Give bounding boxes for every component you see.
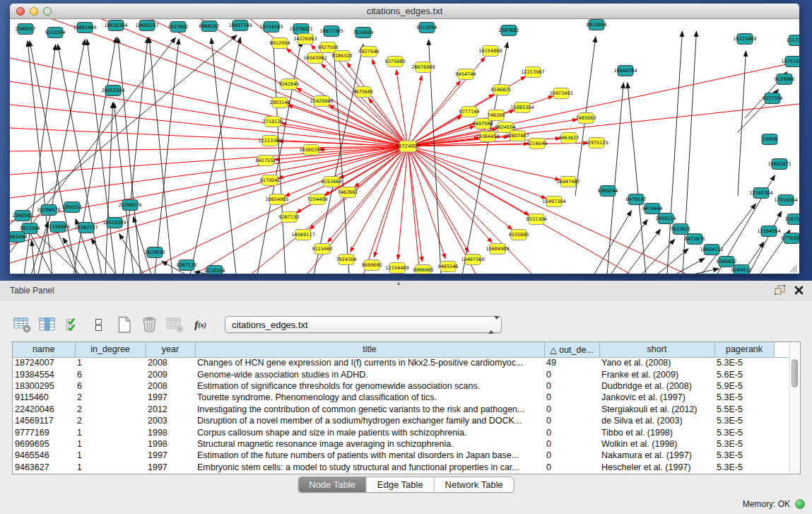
graph-node[interactable]: 14518309 (102, 218, 126, 228)
table-cell[interactable]: 5.9E-5 (714, 380, 774, 392)
graph-node[interactable]: 1350311 (62, 202, 83, 213)
graph-node[interactable]: 9535885 (509, 230, 529, 240)
graph-node[interactable]: 9133304 (45, 28, 66, 38)
graph-node[interactable]: 16154808 (478, 46, 502, 57)
graph-node[interactable]: 15958 (762, 134, 777, 145)
graph-node[interactable]: 7254409 (307, 194, 328, 205)
table-row[interactable]: 911546021997Tourette syndrome. Phenomeno… (13, 392, 792, 403)
show-columns-icon[interactable] (38, 315, 57, 334)
table-cell[interactable]: 5.6E-5 (714, 368, 774, 380)
graph-node[interactable]: 6479197 (626, 194, 647, 205)
graph-node[interactable]: 20206576 (37, 205, 60, 216)
table-cell[interactable]: 2008 (146, 357, 195, 368)
graph-node[interactable]: 9389244 (598, 186, 618, 197)
table-cell[interactable]: 19384554 (13, 368, 75, 380)
graph-node[interactable]: 1065498 (10, 232, 27, 243)
table-cell[interactable]: 2012 (146, 404, 195, 415)
canvas-resize-grip[interactable] (790, 265, 797, 272)
graph-node[interactable]: 9267130 (279, 212, 300, 223)
graph-node[interactable]: 1527602 (168, 22, 189, 33)
table-cell[interactable]: Nakamura et al. (1997) (599, 450, 714, 461)
table-cell[interactable]: 5.5E-5 (714, 404, 774, 415)
column-header-year[interactable]: year (146, 342, 195, 357)
table-cell[interactable]: 5.3E-5 (714, 462, 774, 473)
graph-node[interactable]: 8912954 (270, 38, 290, 49)
graph-node[interactable]: 15684909 (486, 244, 509, 255)
table-cell[interactable]: Estimation of the future numbers of pati… (195, 450, 544, 461)
table-cell[interactable]: 0 (544, 415, 599, 426)
table-row[interactable]: 1938455462009Genome-wide association stu… (13, 368, 792, 380)
graph-node[interactable]: 16648784 (613, 66, 637, 76)
graph-node[interactable]: 2935114 (656, 214, 676, 224)
table-row[interactable]: 1456911722003Disruption of a novel membe… (13, 415, 792, 426)
table-cell[interactable]: Hescheler et al. (1997) (599, 462, 714, 473)
table-cell[interactable]: 9115460 (13, 392, 75, 403)
graph-node[interactable]: 23691406 (73, 23, 96, 33)
graph-node[interactable]: 2803144 (270, 98, 290, 108)
table-cell[interactable]: 22420046 (13, 404, 75, 415)
graph-node[interactable]: 8996965 (413, 265, 434, 274)
table-cell[interactable]: Tibbo et al. (1998) (599, 426, 714, 438)
table-cell[interactable]: 5.3E-5 (714, 392, 774, 403)
network-window-titlebar[interactable]: citations_edges.txt (10, 4, 799, 19)
table-cell[interactable]: Jankovic et al. (1997) (599, 392, 714, 403)
table-cell[interactable]: 1 (75, 426, 146, 438)
table-cell[interactable]: Franke et al. (2009) (599, 368, 714, 380)
graph-node[interactable]: 9146821 (491, 85, 512, 95)
graph-node[interactable]: 8531304 (526, 214, 547, 225)
row-height-icon[interactable] (89, 315, 108, 334)
table-cell[interactable]: 1997 (146, 392, 195, 403)
graph-node[interactable]: 12975125 (584, 138, 608, 148)
graph-node[interactable]: 6216049 (527, 139, 548, 149)
graph-node[interactable]: 7632621 (671, 224, 691, 235)
table-row[interactable]: 946554611997Estimation of the future num… (13, 450, 792, 461)
graph-node[interactable]: 16115488 (733, 34, 756, 45)
table-cell[interactable]: 5.3E-5 (714, 415, 774, 426)
table-cell[interactable]: 1997 (146, 462, 195, 473)
table-row[interactable]: 2242004622012Investigating the contribut… (13, 404, 792, 415)
graph-node[interactable]: 8471676 (685, 234, 705, 245)
graph-node[interactable]: 9245012 (731, 265, 752, 274)
table-cell[interactable]: 1998 (146, 426, 195, 438)
node-table-grid[interactable]: namein_degreeyeartitle△ out_de...shortpa… (13, 342, 792, 473)
graph-node[interactable]: 9699695 (362, 260, 382, 271)
table-cell[interactable]: 2003 (146, 415, 195, 426)
table-cell[interactable]: 0 (544, 426, 599, 438)
table-cell[interactable]: 1 (75, 438, 146, 450)
table-cell[interactable]: 1 (75, 357, 146, 368)
table-row[interactable]: 946362711997Embryonic stem cells: a mode… (13, 462, 792, 473)
table-cell[interactable]: 0 (544, 462, 599, 473)
tab-network-table[interactable]: Network Table (434, 477, 514, 492)
graph-node[interactable]: 9375885 (385, 57, 406, 67)
table-cell[interactable]: 5.3E-5 (714, 357, 774, 368)
table-cell[interactable]: Dudbridge et al. (2008) (599, 380, 714, 392)
table-cell[interactable]: de Silva et al. (2003) (599, 415, 714, 426)
graph-node[interactable]: 9267135 (177, 260, 197, 271)
graph-node[interactable]: 14226063 (293, 34, 317, 45)
graph-node[interactable]: 10654985 (265, 194, 288, 205)
graph-node[interactable]: 1167533 (785, 214, 799, 225)
table-cell[interactable]: 18724007 (13, 357, 75, 368)
graph-node[interactable]: 19937748 (228, 21, 252, 31)
column-header-name[interactable]: name (13, 342, 75, 357)
table-cell[interactable]: Corpus callosum shape and size in male p… (195, 426, 544, 438)
graph-node[interactable]: 8110354 (205, 266, 225, 274)
table-cell[interactable]: 5.3E-5 (714, 450, 774, 461)
table-cell[interactable]: 9699695 (13, 438, 75, 450)
table-cell[interactable]: 1 (75, 462, 146, 473)
table-cell[interactable]: 0 (544, 450, 599, 461)
delete-columns-icon[interactable] (140, 315, 159, 334)
graph-node[interactable]: 6770304 (782, 233, 799, 244)
graph-node[interactable]: 9465546 (438, 262, 459, 272)
graph-node[interactable]: 15276021 (289, 24, 312, 35)
graph-node[interactable]: 15751074 (781, 57, 799, 67)
table-cell[interactable]: Wolkin et al. (1998) (599, 438, 714, 450)
graph-node[interactable]: 26676068 (411, 62, 435, 73)
table-selector-dropdown[interactable]: citations_edges.txt (225, 316, 502, 333)
table-cell[interactable]: 14569117 (13, 415, 75, 426)
tab-node-table[interactable]: Node Table (298, 477, 366, 492)
graph-node[interactable]: 9242845 (279, 79, 300, 90)
table-cell[interactable]: 1 (75, 450, 146, 461)
graph-node[interactable]: 9129966 (775, 74, 795, 85)
graph-node[interactable]: 19364456 (476, 132, 499, 142)
